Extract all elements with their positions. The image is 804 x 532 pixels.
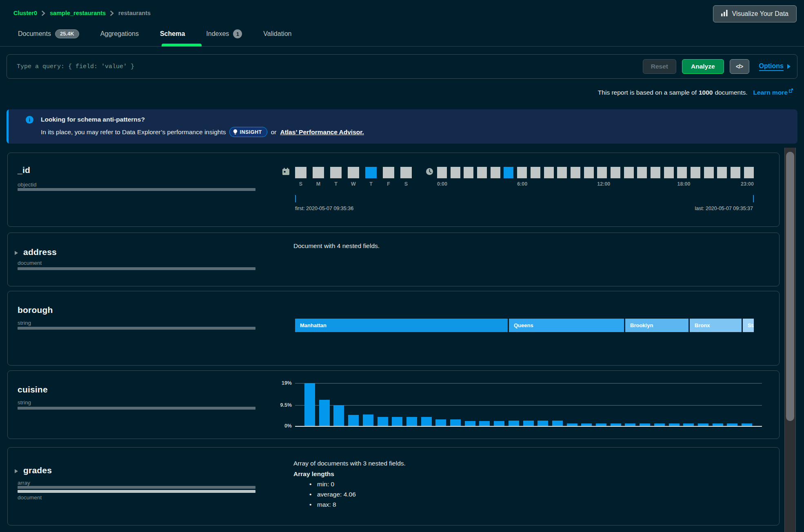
learn-more-label: Learn more xyxy=(753,89,788,96)
cuisine-bar[interactable] xyxy=(509,421,519,426)
borough-segment[interactable]: Queens xyxy=(509,319,624,332)
hour-bar[interactable] xyxy=(531,167,540,178)
field-type-grades: array xyxy=(18,480,30,486)
cuisine-bar[interactable] xyxy=(392,417,402,426)
hour-bar[interactable] xyxy=(544,167,554,178)
cuisine-bar[interactable] xyxy=(421,417,432,426)
scrollbar-track[interactable] xyxy=(784,148,796,532)
hour-bar[interactable] xyxy=(437,167,447,178)
cuisine-bar[interactable] xyxy=(552,421,563,426)
code-toggle-button[interactable]: </> xyxy=(730,59,749,74)
cuisine-bar[interactable] xyxy=(406,417,417,426)
cuisine-bar[interactable] xyxy=(465,421,475,426)
cuisine-bar[interactable] xyxy=(713,423,723,426)
learn-more-link[interactable]: Learn more xyxy=(753,89,793,96)
cuisine-bar[interactable] xyxy=(683,423,694,426)
options-link[interactable]: Options xyxy=(759,62,791,71)
weekday-bar[interactable] xyxy=(383,167,394,178)
average-value: average: 4.06 xyxy=(317,491,356,498)
cuisine-bar[interactable] xyxy=(319,400,330,426)
hour-bar[interactable] xyxy=(584,167,594,178)
hour-axis-tick: 23:00 xyxy=(741,181,754,187)
tab-documents[interactable]: Documents 25.4K xyxy=(16,29,81,38)
weekday-bar[interactable] xyxy=(400,167,412,178)
cuisine-bar[interactable] xyxy=(640,423,650,426)
first-value-tick xyxy=(295,195,296,202)
cuisine-bar[interactable] xyxy=(494,421,504,426)
cuisine-bar[interactable] xyxy=(742,423,752,426)
reset-button[interactable]: Reset xyxy=(643,59,676,74)
cuisine-bar[interactable] xyxy=(654,423,665,426)
weekday-bar[interactable] xyxy=(348,167,359,178)
weekday-bar[interactable] xyxy=(330,167,342,178)
banner-title: Looking for schema anti-patterns? xyxy=(41,116,145,123)
scrollbar-thumb[interactable] xyxy=(786,152,794,421)
field-card-address: address document Document with 4 nested … xyxy=(7,233,780,286)
breadcrumb-cluster[interactable]: Cluster0 xyxy=(13,10,37,16)
tab-schema[interactable]: Schema xyxy=(158,30,187,38)
borough-segment[interactable]: Brooklyn xyxy=(625,319,689,332)
cuisine-bar[interactable] xyxy=(333,406,344,426)
hour-bar[interactable] xyxy=(691,167,700,178)
query-input[interactable] xyxy=(16,63,643,71)
hour-bar[interactable] xyxy=(451,167,460,178)
hour-bar[interactable] xyxy=(477,167,487,178)
hour-bar[interactable] xyxy=(624,167,634,178)
cuisine-bar[interactable] xyxy=(523,421,534,426)
hour-bar[interactable] xyxy=(597,167,607,178)
cuisine-bar[interactable] xyxy=(581,423,592,426)
analyze-button[interactable]: Analyze xyxy=(682,59,724,74)
cuisine-bar[interactable] xyxy=(698,423,708,426)
hour-bar[interactable] xyxy=(717,167,727,178)
array-length-min: • min: 0 xyxy=(309,481,334,488)
hour-bar[interactable] xyxy=(504,167,513,178)
weekday-bar[interactable] xyxy=(313,167,324,178)
hour-bar[interactable] xyxy=(664,167,674,178)
hour-bar[interactable] xyxy=(677,167,687,178)
cuisine-bar[interactable] xyxy=(435,419,446,426)
cuisine-bar[interactable] xyxy=(727,423,737,426)
cuisine-bar[interactable] xyxy=(625,423,635,426)
cuisine-bar[interactable] xyxy=(567,423,577,426)
tab-validation[interactable]: Validation xyxy=(262,30,293,38)
bullet-icon: • xyxy=(309,501,317,508)
tab-aggregations[interactable]: Aggregations xyxy=(99,30,140,38)
weekday-bar[interactable] xyxy=(295,167,306,178)
breadcrumb-database[interactable]: sample_restaurants xyxy=(50,10,106,16)
tab-indexes[interactable]: Indexes 1 xyxy=(204,29,244,38)
y-axis-label-max: 19% xyxy=(266,380,292,386)
borough-segment[interactable]: Bronx xyxy=(690,319,742,332)
borough-segment[interactable]: Manhattan xyxy=(295,319,508,332)
cuisine-bar[interactable] xyxy=(363,415,373,426)
cuisine-bar[interactable] xyxy=(304,383,315,426)
borough-segment[interactable]: Staten Island xyxy=(743,319,754,332)
hour-bar[interactable] xyxy=(491,167,500,178)
expand-caret-icon[interactable] xyxy=(15,251,18,255)
cuisine-bar[interactable] xyxy=(611,423,621,426)
cuisine-bar[interactable] xyxy=(348,415,359,426)
cuisine-bar[interactable] xyxy=(596,423,606,426)
expand-caret-icon[interactable] xyxy=(15,469,18,473)
hour-bar[interactable] xyxy=(571,167,580,178)
performance-advisor-link[interactable]: Atlas’ Performance Advisor. xyxy=(280,129,364,136)
hour-bar[interactable] xyxy=(744,167,754,178)
cuisine-bar[interactable] xyxy=(450,419,461,426)
hour-bar[interactable] xyxy=(651,167,660,178)
hour-bar[interactable] xyxy=(731,167,740,178)
hour-bar[interactable] xyxy=(517,167,527,178)
weekday-label: T xyxy=(334,181,338,187)
chevron-right-icon xyxy=(42,11,45,16)
weekday-bar[interactable] xyxy=(365,167,377,178)
tab-documents-label: Documents xyxy=(18,30,51,38)
hour-bar[interactable] xyxy=(557,167,567,178)
cuisine-bar[interactable] xyxy=(479,421,490,426)
hour-bar[interactable] xyxy=(637,167,647,178)
first-value-label: first: 2020-05-07 09:35:36 xyxy=(295,206,353,211)
cuisine-bar[interactable] xyxy=(669,423,680,426)
cuisine-bar[interactable] xyxy=(378,417,388,426)
visualize-your-data-button[interactable]: Visualize Your Data xyxy=(713,5,797,22)
hour-bar[interactable] xyxy=(611,167,620,178)
hour-bar[interactable] xyxy=(464,167,473,178)
cuisine-bar[interactable] xyxy=(537,421,548,426)
hour-bar[interactable] xyxy=(704,167,714,178)
